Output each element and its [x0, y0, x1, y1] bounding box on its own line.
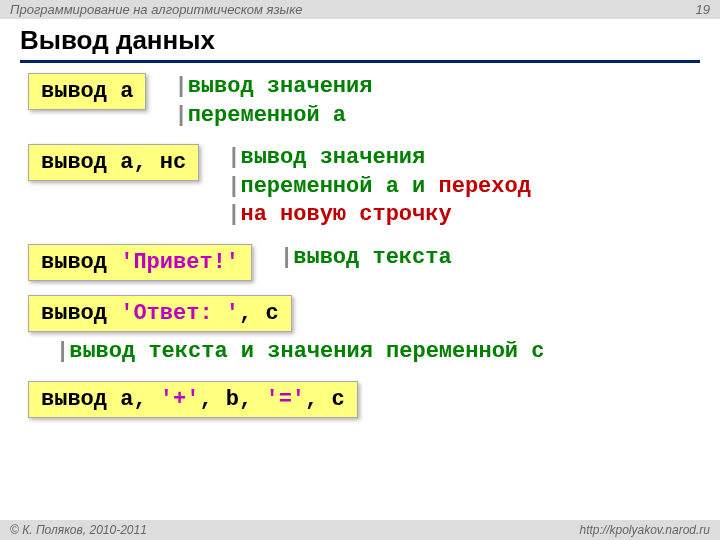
code-comment: |вывод текста	[280, 244, 452, 273]
code-comment: |вывод значения |переменной a	[174, 73, 372, 130]
code-box: вывод 'Ответ: ', c	[28, 295, 292, 332]
page-number: 19	[696, 2, 710, 17]
code-comment: |вывод значения |переменной a и переход …	[227, 144, 531, 230]
code-box: вывод a, нс	[28, 144, 199, 181]
example-2: вывод a, нс |вывод значения |переменной …	[28, 144, 692, 230]
slide-footer: © К. Поляков, 2010-2011 http://kpolyakov…	[0, 520, 720, 540]
code-box: вывод a	[28, 73, 146, 110]
example-3: вывод 'Привет!' |вывод текста	[28, 244, 692, 281]
code-comment: |вывод текста и значения переменной c	[56, 338, 692, 367]
code-box: вывод a, '+', b, '=', c	[28, 381, 358, 418]
slide-title: Вывод данных	[0, 19, 720, 60]
footer-url: http://kpolyakov.narod.ru	[579, 523, 710, 537]
example-1: вывод a |вывод значения |переменной a	[28, 73, 692, 130]
slide-header: Программирование на алгоритмическом язык…	[0, 0, 720, 19]
header-subject: Программирование на алгоритмическом язык…	[10, 2, 303, 17]
title-rule	[20, 60, 700, 63]
code-box: вывод 'Привет!'	[28, 244, 252, 281]
example-5: вывод a, '+', b, '=', c	[28, 381, 692, 418]
example-4: вывод 'Ответ: ', c	[28, 295, 692, 332]
slide-content: вывод a |вывод значения |переменной a вы…	[0, 73, 720, 418]
copyright: © К. Поляков, 2010-2011	[10, 523, 147, 537]
